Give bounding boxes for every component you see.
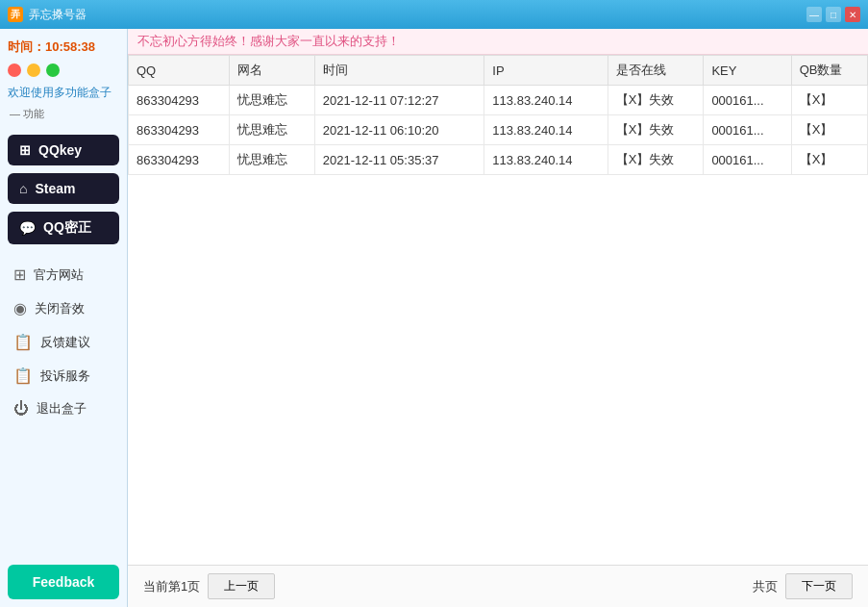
next-nav: 共页 下一页 bbox=[753, 573, 853, 599]
cell-online: 【X】失效 bbox=[608, 86, 704, 115]
sound-label: 关闭音效 bbox=[35, 300, 85, 317]
welcome-text: 欢迎使用多功能盒子 bbox=[8, 85, 119, 101]
data-table: QQ 网名 时间 IP 是否在线 KEY QB数量 863304293 忧思难忘… bbox=[128, 55, 868, 565]
exit-icon: ⏻ bbox=[13, 400, 29, 417]
cell-qq: 863304293 bbox=[129, 86, 230, 115]
feedback-button[interactable]: Feedback bbox=[8, 565, 119, 599]
window-controls: — □ ✕ bbox=[806, 7, 860, 22]
cell-time: 2021-12-11 05:35:37 bbox=[314, 145, 484, 175]
yellow-light bbox=[27, 63, 40, 77]
table-row: 863304293 忧思难忘 2021-12-11 06:10:20 113.8… bbox=[129, 115, 868, 145]
cell-nickname: 忧思难忘 bbox=[230, 145, 314, 175]
menu-sound[interactable]: ◉ 关闭音效 bbox=[0, 291, 127, 325]
pagination: 当前第1页 上一页 共页 下一页 bbox=[128, 565, 868, 607]
cell-nickname: 忧思难忘 bbox=[230, 115, 314, 145]
title-bar: 弄 弄忘搡号器 — □ ✕ bbox=[0, 0, 868, 29]
minimize-button[interactable]: — bbox=[806, 7, 822, 22]
nav-qqkey-button[interactable]: ⊞ QQkey bbox=[8, 135, 119, 165]
function-label: — 功能 bbox=[8, 107, 119, 121]
maximize-button[interactable]: □ bbox=[826, 7, 841, 22]
sound-icon: ◉ bbox=[13, 299, 27, 317]
total-page-info: 共页 bbox=[753, 578, 778, 595]
cell-qb: 【X】 bbox=[791, 115, 867, 145]
cell-qq: 863304293 bbox=[129, 115, 230, 145]
col-ip: IP bbox=[484, 56, 608, 86]
feedback-label: 反馈建议 bbox=[40, 334, 90, 351]
cell-key: 000161... bbox=[704, 86, 791, 115]
cell-key: 000161... bbox=[704, 145, 791, 175]
time-display: 时间：10:58:38 bbox=[8, 38, 119, 56]
time-label: 时间： bbox=[8, 39, 45, 54]
menu-complaint[interactable]: 📋 投诉服务 bbox=[0, 359, 127, 392]
col-key: KEY bbox=[704, 56, 791, 86]
table-header: QQ 网名 时间 IP 是否在线 KEY QB数量 bbox=[129, 56, 868, 86]
records-table: QQ 网名 时间 IP 是否在线 KEY QB数量 863304293 忧思难忘… bbox=[128, 55, 868, 175]
cell-time: 2021-12-11 07:12:27 bbox=[314, 86, 484, 115]
nav-steam-button[interactable]: ⌂ Steam bbox=[8, 173, 119, 204]
sidebar-menu: ⊞ 官方网站 ◉ 关闭音效 📋 反馈建议 📋 投诉服务 ⏻ 退出盒子 bbox=[0, 248, 127, 557]
sidebar-header: 时间：10:58:38 欢迎使用多功能盒子 — 功能 bbox=[0, 29, 127, 131]
cell-key: 000161... bbox=[704, 115, 791, 145]
current-page-info: 当前第1页 bbox=[143, 578, 200, 595]
qqmz-icon: 💬 bbox=[19, 220, 36, 236]
cell-online: 【X】失效 bbox=[608, 145, 704, 175]
cell-qb: 【X】 bbox=[791, 145, 867, 175]
cell-ip: 113.83.240.14 bbox=[484, 115, 608, 145]
menu-official[interactable]: ⊞ 官方网站 bbox=[0, 258, 127, 291]
table-row: 863304293 忧思难忘 2021-12-11 07:12:27 113.8… bbox=[129, 86, 868, 115]
content-area: 不忘初心方得始终！感谢大家一直以来的支持！ QQ 网名 时间 IP 是否在线 K… bbox=[128, 29, 868, 607]
sidebar: 时间：10:58:38 欢迎使用多功能盒子 — 功能 ⊞ QQkey ⌂ Ste… bbox=[0, 29, 128, 607]
cell-time: 2021-12-11 06:10:20 bbox=[314, 115, 484, 145]
next-button[interactable]: 下一页 bbox=[785, 573, 853, 599]
green-light bbox=[46, 63, 60, 77]
official-icon: ⊞ bbox=[13, 266, 26, 284]
prev-button[interactable]: 上一页 bbox=[208, 573, 275, 599]
cell-ip: 113.83.240.14 bbox=[484, 145, 608, 175]
complaint-icon: 📋 bbox=[13, 367, 33, 385]
close-button[interactable]: ✕ bbox=[845, 7, 860, 22]
col-qb: QB数量 bbox=[791, 56, 867, 86]
time-value: 10:58:38 bbox=[45, 39, 95, 54]
app-icon: 弄 bbox=[8, 7, 23, 22]
col-qq: QQ bbox=[129, 56, 230, 86]
nav-qqmz-button[interactable]: 💬 QQ密正 bbox=[8, 212, 119, 244]
marquee-banner: 不忘初心方得始终！感谢大家一直以来的支持！ bbox=[128, 29, 868, 55]
col-time: 时间 bbox=[314, 56, 484, 86]
cell-nickname: 忧思难忘 bbox=[230, 86, 314, 115]
qqmz-label: QQ密正 bbox=[43, 219, 91, 237]
official-label: 官方网站 bbox=[34, 266, 84, 284]
table-header-row: QQ 网名 时间 IP 是否在线 KEY QB数量 bbox=[129, 56, 868, 86]
cell-ip: 113.83.240.14 bbox=[484, 86, 608, 115]
prev-nav: 当前第1页 上一页 bbox=[143, 573, 275, 599]
main-container: 时间：10:58:38 欢迎使用多功能盒子 — 功能 ⊞ QQkey ⌂ Ste… bbox=[0, 29, 868, 607]
complaint-label: 投诉服务 bbox=[40, 367, 90, 385]
red-light bbox=[8, 63, 21, 77]
menu-feedback[interactable]: 📋 反馈建议 bbox=[0, 325, 127, 359]
steam-icon: ⌂ bbox=[19, 181, 27, 196]
col-nickname: 网名 bbox=[230, 56, 314, 86]
table-body: 863304293 忧思难忘 2021-12-11 07:12:27 113.8… bbox=[129, 86, 868, 175]
qqkey-icon: ⊞ bbox=[19, 142, 31, 158]
app-title: 弄忘搡号器 bbox=[29, 7, 806, 23]
cell-qb: 【X】 bbox=[791, 86, 867, 115]
cell-qq: 863304293 bbox=[129, 145, 230, 175]
table-row: 863304293 忧思难忘 2021-12-11 05:35:37 113.8… bbox=[129, 145, 868, 175]
cell-online: 【X】失效 bbox=[608, 115, 704, 145]
menu-exit[interactable]: ⏻ 退出盒子 bbox=[0, 392, 127, 425]
qqkey-label: QQkey bbox=[38, 142, 82, 158]
steam-label: Steam bbox=[35, 181, 75, 196]
traffic-lights bbox=[8, 63, 119, 77]
col-online: 是否在线 bbox=[608, 56, 704, 86]
exit-label: 退出盒子 bbox=[37, 400, 87, 417]
feedback-icon: 📋 bbox=[13, 333, 33, 351]
